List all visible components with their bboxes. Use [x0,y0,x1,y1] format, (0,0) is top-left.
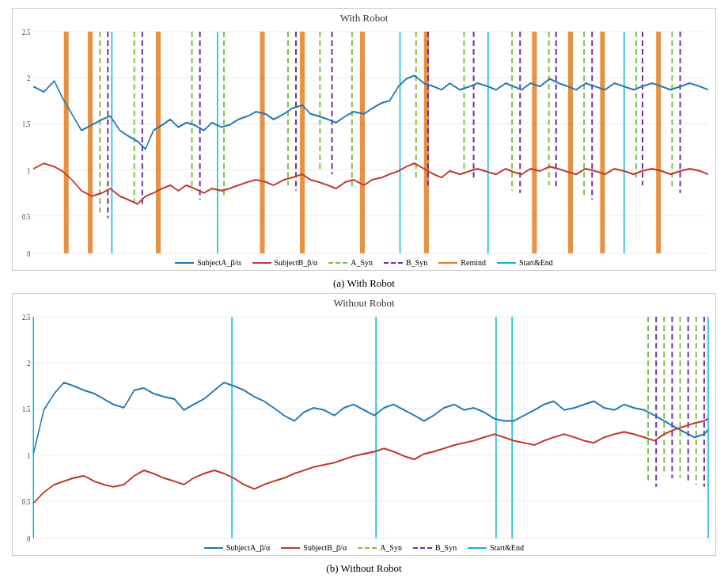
legend-start-end-b-line [468,547,487,549]
chart-with-robot-legend: SubjectA_β/α SubjectB_β/α A_Syn B_Syn Re… [16,258,712,267]
svg-rect-27 [656,32,661,253]
caption-without-robot: (b) Without Robot [12,562,716,575]
legend-b-syn-b: B_Syn [413,543,457,552]
svg-text:2.5: 2.5 [22,27,30,37]
legend-a-syn-b: A_Syn [358,543,402,552]
legend-subject-a-b: SubjectA_β/α [204,543,270,552]
legend-remind-line [438,262,457,264]
legend-b-syn-b-label: B_Syn [435,543,457,552]
legend-a-syn-b-label: A_Syn [380,543,402,552]
legend-start-end-b: Start&End [468,543,524,552]
legend-subject-b: SubjectB_β/α [252,258,318,267]
svg-text:2: 2 [27,358,30,368]
legend-b-syn-label: B_Syn [406,258,427,267]
legend-subject-b-b: SubjectB_β/α [281,543,347,552]
legend-start-end-b-label: Start&End [490,543,524,552]
svg-rect-22 [360,32,365,253]
svg-text:1: 1 [27,450,30,460]
legend-remind-label: Remind [461,258,486,267]
chart-without-robot-area: 2.5 2 1.5 1 0.5 0 [16,311,712,542]
legend-a-syn-b-line [358,547,377,549]
legend-a-syn-line [328,262,347,264]
svg-text:2.5: 2.5 [22,312,30,322]
chart-without-robot-title: Without Robot [16,297,712,310]
legend-subject-a-b-label: SubjectA_β/α [226,543,270,552]
legend-remind: Remind [438,258,486,267]
svg-rect-25 [568,32,573,253]
chart-with-robot-area: 2.5 2 1.5 1 0.5 0 [16,26,712,257]
chart-without-robot-legend: SubjectA_β/α SubjectB_β/α A_Syn B_Syn St… [16,543,712,552]
svg-text:0.5: 0.5 [22,211,30,222]
svg-text:1.5: 1.5 [22,119,30,129]
svg-rect-21 [300,32,305,253]
svg-text:0: 0 [27,534,30,542]
legend-b-syn-line [384,262,403,264]
chart-without-robot-svg: 2.5 2 1.5 1 0.5 0 [16,311,712,542]
chart-with-robot-title: With Robot [16,12,712,25]
caption-with-robot: (a) With Robot [12,277,716,290]
svg-rect-23 [424,32,429,253]
chart-without-robot: Without Robot 2.5 2 1.5 1 0.5 0 [12,293,716,556]
svg-text:0: 0 [27,249,30,257]
svg-text:1.5: 1.5 [22,404,30,414]
svg-text:1: 1 [27,165,30,175]
legend-start-end-a-line [497,262,516,264]
legend-a-syn-label: A_Syn [351,258,373,267]
legend-subject-b-b-label: SubjectB_β/α [303,543,347,552]
svg-rect-20 [260,32,265,253]
svg-rect-18 [88,32,93,253]
svg-text:2: 2 [27,73,30,83]
chart-with-robot-svg: 2.5 2 1.5 1 0.5 0 [16,26,712,257]
legend-subject-b-b-line [281,547,300,549]
legend-subject-b-line [252,262,271,264]
svg-rect-24 [532,32,537,253]
page: With Robot 2.5 2 1.5 1 0.5 0 [0,0,728,586]
legend-subject-a-b-line [204,547,223,549]
legend-a-syn: A_Syn [328,258,373,267]
legend-subject-b-label: SubjectB_β/α [275,258,318,267]
legend-start-end-a-label: Start&End [519,258,553,267]
svg-rect-17 [64,32,69,253]
legend-subject-a-label: SubjectA_β/α [197,258,241,267]
legend-b-syn-b-line [413,547,432,549]
svg-rect-19 [156,32,161,253]
legend-b-syn: B_Syn [384,258,427,267]
legend-start-end-a: Start&End [497,258,553,267]
svg-rect-26 [600,32,605,253]
chart-with-robot: With Robot 2.5 2 1.5 1 0.5 0 [12,8,716,271]
legend-subject-a-line [175,262,194,264]
svg-text:0.5: 0.5 [22,497,30,507]
legend-subject-a: SubjectA_β/α [175,258,241,267]
